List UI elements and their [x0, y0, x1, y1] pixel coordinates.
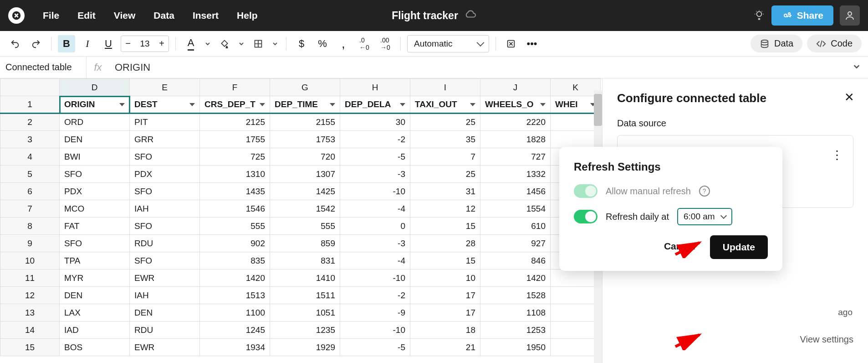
cell[interactable]: 0: [340, 218, 410, 235]
cell[interactable]: -2: [340, 287, 410, 304]
cell[interactable]: 1310: [200, 166, 270, 183]
filter-chevron-icon[interactable]: [400, 103, 405, 106]
cell[interactable]: 2155: [270, 114, 340, 131]
menu-file[interactable]: File: [35, 6, 67, 25]
cell[interactable]: DEN: [60, 287, 130, 304]
row-header[interactable]: 10: [0, 252, 60, 270]
column-header-e[interactable]: E: [130, 79, 200, 96]
cell[interactable]: 1332: [480, 166, 551, 183]
undo-button[interactable]: [6, 35, 24, 52]
cell[interactable]: 17: [410, 287, 480, 304]
cell[interactable]: -5: [340, 148, 410, 166]
cell[interactable]: 1934: [200, 339, 270, 356]
row-header[interactable]: 11: [0, 270, 60, 287]
menu-view[interactable]: View: [106, 6, 143, 25]
cell[interactable]: 1307: [270, 166, 340, 183]
cell[interactable]: TPA: [60, 252, 130, 270]
cell[interactable]: 720: [270, 148, 340, 166]
cell[interactable]: -3: [340, 166, 410, 183]
cell[interactable]: 1410: [270, 270, 340, 287]
cell[interactable]: 1108: [480, 304, 551, 322]
cell[interactable]: -3: [340, 235, 410, 252]
cell[interactable]: 1755: [200, 131, 270, 148]
cell[interactable]: 1253: [480, 322, 551, 339]
cell[interactable]: 1950: [480, 339, 551, 356]
lightbulb-icon[interactable]: [753, 9, 765, 22]
row-header[interactable]: 3: [0, 131, 60, 148]
expand-button[interactable]: [502, 35, 520, 52]
comma-button[interactable]: ,: [335, 35, 352, 52]
table-header-cell[interactable]: ORIGIN: [60, 96, 130, 114]
cell[interactable]: 1554: [480, 200, 551, 218]
cell[interactable]: 30: [340, 114, 410, 131]
cell[interactable]: 1435: [200, 183, 270, 200]
help-icon[interactable]: ?: [699, 186, 710, 197]
cell[interactable]: 12: [410, 200, 480, 218]
cell[interactable]: SFO: [60, 166, 130, 183]
cell[interactable]: MCO: [60, 200, 130, 218]
user-menu-button[interactable]: [840, 5, 860, 26]
cell[interactable]: 25: [410, 166, 480, 183]
cell[interactable]: 859: [270, 235, 340, 252]
cell[interactable]: -4: [340, 200, 410, 218]
text-color-dropdown[interactable]: [203, 35, 212, 52]
cell[interactable]: 1420: [480, 270, 551, 287]
table-header-cell[interactable]: DEP_TIME: [270, 96, 340, 114]
cell[interactable]: 1528: [480, 287, 551, 304]
cell[interactable]: 846: [480, 252, 551, 270]
table-header-cell[interactable]: DEST: [130, 96, 200, 114]
cell[interactable]: [551, 270, 601, 287]
cell[interactable]: 1100: [200, 304, 270, 322]
filter-chevron-icon[interactable]: [260, 103, 265, 106]
font-size-increase[interactable]: +: [155, 38, 168, 49]
filter-chevron-icon[interactable]: [470, 103, 475, 106]
cell[interactable]: 7: [410, 148, 480, 166]
cell[interactable]: 555: [270, 218, 340, 235]
view-settings-link[interactable]: View settings: [800, 334, 853, 345]
row-header[interactable]: 5: [0, 166, 60, 183]
refresh-daily-toggle[interactable]: [574, 210, 597, 223]
data-source-more-button[interactable]: ⋮: [831, 153, 843, 157]
cell[interactable]: BWI: [60, 148, 130, 166]
cell[interactable]: [551, 131, 601, 148]
row-header[interactable]: 15: [0, 339, 60, 356]
document-title[interactable]: Flight tracker: [392, 8, 476, 23]
cell[interactable]: IAH: [130, 287, 200, 304]
number-format-select[interactable]: Automatic: [407, 35, 489, 52]
cell[interactable]: EWR: [130, 270, 200, 287]
cell[interactable]: 10: [410, 270, 480, 287]
cell[interactable]: RDU: [130, 322, 200, 339]
decimal-increase-button[interactable]: .00→0: [377, 35, 394, 52]
row-header[interactable]: 14: [0, 322, 60, 339]
percent-button[interactable]: %: [314, 35, 331, 52]
app-logo[interactable]: [8, 7, 25, 24]
cell[interactable]: SFO: [130, 252, 200, 270]
column-header-d[interactable]: D: [60, 79, 130, 96]
row-header[interactable]: 6: [0, 183, 60, 200]
filter-chevron-icon[interactable]: [189, 103, 195, 106]
cell[interactable]: 1546: [200, 200, 270, 218]
cell[interactable]: 727: [480, 148, 551, 166]
cell[interactable]: RDU: [130, 235, 200, 252]
text-color-button[interactable]: A: [182, 35, 199, 52]
cell[interactable]: 15: [410, 218, 480, 235]
cell[interactable]: -5: [340, 339, 410, 356]
row-header[interactable]: 9: [0, 235, 60, 252]
cell[interactable]: GRR: [130, 131, 200, 148]
column-header-f[interactable]: F: [200, 79, 270, 96]
cell[interactable]: DEN: [60, 131, 130, 148]
table-header-cell[interactable]: WHEI: [551, 96, 601, 114]
cell[interactable]: SFO: [130, 183, 200, 200]
cell[interactable]: BOS: [60, 339, 130, 356]
formula-collapse-button[interactable]: [845, 63, 868, 72]
cell[interactable]: DEN: [130, 304, 200, 322]
scrollbar-thumb[interactable]: [594, 94, 602, 126]
row-header[interactable]: 1: [0, 96, 60, 114]
menu-help[interactable]: Help: [229, 6, 266, 25]
cell[interactable]: 1513: [200, 287, 270, 304]
cell[interactable]: 17: [410, 304, 480, 322]
more-button[interactable]: •••: [523, 35, 541, 52]
cell[interactable]: -2: [340, 131, 410, 148]
cell[interactable]: 610: [480, 218, 551, 235]
cell[interactable]: 31: [410, 183, 480, 200]
